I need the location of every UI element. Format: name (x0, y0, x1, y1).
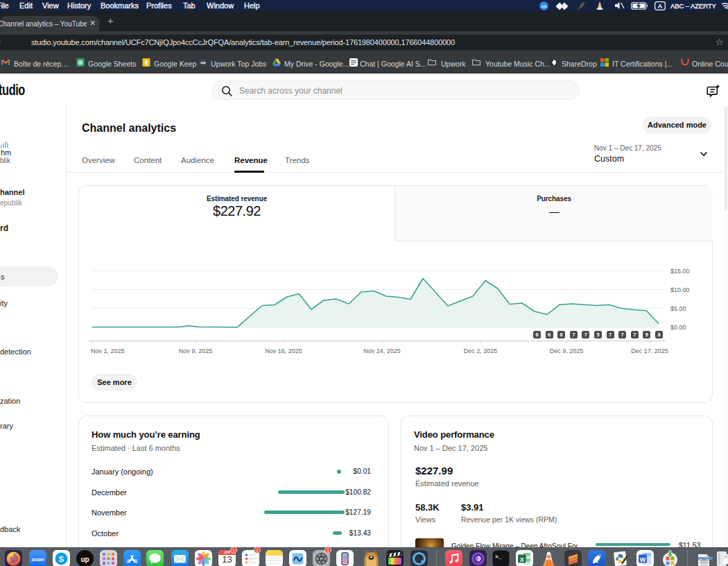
svg-text:$0.00: $0.00 (670, 324, 686, 331)
svg-text:Dec 2, 2025: Dec 2, 2025 (464, 348, 498, 354)
svg-text:A: A (658, 3, 663, 10)
svg-text:Dec 9, 2025: Dec 9, 2025 (550, 348, 584, 354)
svg-text:up: up (80, 556, 89, 563)
svg-text:$10.00: $10.00 (670, 286, 690, 293)
svg-text:Chanel: Chanel (701, 558, 708, 561)
svg-text:X: X (520, 556, 524, 563)
svg-text:$5.00: $5.00 (670, 305, 686, 312)
svg-text:Nov 16, 2025: Nov 16, 2025 (265, 348, 302, 354)
svg-text:Nov 9, 2025: Nov 9, 2025 (179, 348, 213, 354)
svg-text:zm: zm (541, 4, 547, 8)
svg-text:zoom: zoom (31, 557, 44, 562)
svg-text:Nov 1, 2025: Nov 1, 2025 (91, 348, 125, 354)
svg-text:W: W (640, 556, 646, 563)
svg-text:>_: >_ (495, 554, 502, 560)
svg-text:S: S (59, 555, 64, 563)
svg-text:up: up (200, 60, 206, 65)
svg-text:Dec 17, 2025: Dec 17, 2025 (631, 348, 668, 354)
svg-text:Nov 24, 2025: Nov 24, 2025 (363, 348, 401, 354)
svg-text:$15.00: $15.00 (670, 268, 690, 275)
